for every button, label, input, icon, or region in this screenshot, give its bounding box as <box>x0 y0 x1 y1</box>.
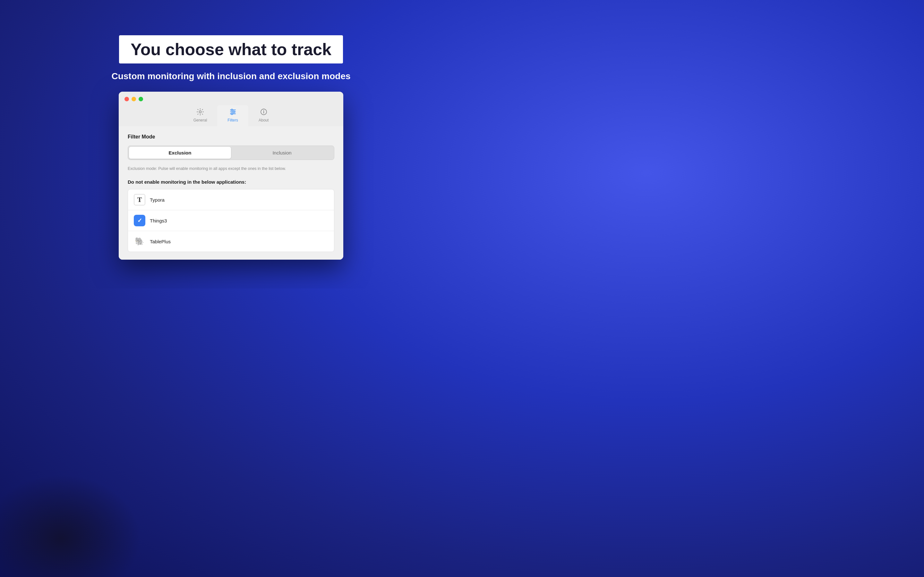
exclusion-button[interactable]: Exclusion <box>129 147 231 159</box>
about-icon <box>260 108 267 117</box>
exclusion-description: Exclusion mode: Pulse will enable monito… <box>128 166 334 172</box>
filters-icon <box>229 108 236 117</box>
filter-mode-title: Filter Mode <box>128 134 334 140</box>
tab-bar: General Filters <box>183 105 279 126</box>
tab-about[interactable]: About <box>248 105 279 126</box>
traffic-lights <box>124 97 143 101</box>
subtitle: Custom monitoring with inclusion and exc… <box>111 71 351 81</box>
svg-point-9 <box>263 110 264 111</box>
app-name-tableplus: TablePlus <box>150 239 171 244</box>
app-window: General Filters <box>119 92 343 260</box>
inclusion-button[interactable]: Inclusion <box>231 147 333 159</box>
list-item: Things3 <box>128 210 334 231</box>
filters-tab-label: Filters <box>228 118 238 122</box>
svg-point-4 <box>231 109 233 111</box>
list-item: T Typora <box>128 189 334 210</box>
svg-point-0 <box>199 111 201 113</box>
maximize-button[interactable] <box>139 97 143 101</box>
headline: You choose what to track <box>131 40 331 59</box>
tab-general[interactable]: General <box>183 105 218 126</box>
app-name-typora: Typora <box>150 197 165 203</box>
excluded-apps-list: T Typora Things3 🐘 TablePlus <box>128 189 334 252</box>
general-icon <box>197 108 204 117</box>
things3-icon <box>134 215 145 226</box>
filters-content: Filter Mode Exclusion Inclusion Exclusio… <box>119 126 343 260</box>
titlebar: General Filters <box>119 92 343 126</box>
tab-filters[interactable]: Filters <box>217 105 248 126</box>
minimize-button[interactable] <box>132 97 136 101</box>
list-item: 🐘 TablePlus <box>128 231 334 251</box>
app-name-things3: Things3 <box>150 218 167 223</box>
tableplus-icon: 🐘 <box>134 235 145 247</box>
general-tab-label: General <box>194 118 207 122</box>
page-content: You choose what to track Custom monitori… <box>0 29 462 260</box>
filter-mode-toggle: Exclusion Inclusion <box>128 145 334 160</box>
headline-box: You choose what to track <box>119 35 343 63</box>
close-button[interactable] <box>124 97 129 101</box>
typora-icon: T <box>134 194 145 205</box>
svg-point-6 <box>231 113 233 114</box>
svg-point-5 <box>233 111 234 113</box>
list-title: Do not enable monitoring in the below ap… <box>128 179 334 185</box>
about-tab-label: About <box>258 118 268 122</box>
